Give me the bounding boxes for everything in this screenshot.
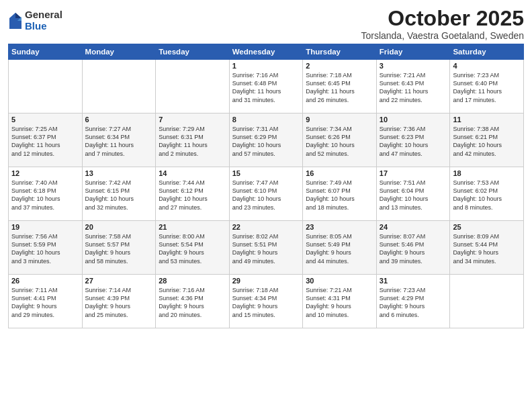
calendar-cell <box>450 275 524 328</box>
calendar-cell: 14Sunrise: 7:44 AM Sunset: 6:12 PM Dayli… <box>156 167 230 221</box>
day-number: 30 <box>306 277 373 285</box>
day-number: 19 <box>11 223 79 231</box>
logo-general: General <box>25 9 62 21</box>
day-info: Sunrise: 7:36 AM Sunset: 6:23 PM Dayligh… <box>380 125 447 158</box>
col-tuesday: Tuesday <box>156 44 230 60</box>
day-number: 2 <box>306 62 373 70</box>
day-number: 7 <box>159 116 226 124</box>
day-info: Sunrise: 7:14 AM Sunset: 4:39 PM Dayligh… <box>85 286 153 319</box>
calendar-cell: 19Sunrise: 7:56 AM Sunset: 5:59 PM Dayli… <box>9 221 83 275</box>
col-thursday: Thursday <box>303 44 377 60</box>
day-info: Sunrise: 7:42 AM Sunset: 6:15 PM Dayligh… <box>85 179 153 212</box>
svg-marker-1 <box>15 13 21 18</box>
title-block: October 2025 Torslanda, Vaestra Goetalan… <box>361 7 524 41</box>
calendar-cell <box>156 60 230 113</box>
calendar-cell: 10Sunrise: 7:36 AM Sunset: 6:23 PM Dayli… <box>376 113 450 167</box>
day-number: 15 <box>232 169 300 177</box>
day-info: Sunrise: 7:21 AM Sunset: 6:43 PM Dayligh… <box>380 71 447 104</box>
calendar-cell <box>82 60 156 113</box>
calendar-week-2: 5Sunrise: 7:25 AM Sunset: 6:37 PM Daylig… <box>9 113 524 167</box>
calendar-cell: 23Sunrise: 8:05 AM Sunset: 5:49 PM Dayli… <box>303 221 377 275</box>
day-info: Sunrise: 8:07 AM Sunset: 5:46 PM Dayligh… <box>380 232 447 265</box>
calendar-cell: 13Sunrise: 7:42 AM Sunset: 6:15 PM Dayli… <box>82 167 156 221</box>
calendar-cell: 1Sunrise: 7:16 AM Sunset: 6:48 PM Daylig… <box>229 60 303 113</box>
day-number: 29 <box>232 277 300 285</box>
logo: General Blue <box>8 9 62 32</box>
calendar-cell: 28Sunrise: 7:16 AM Sunset: 4:36 PM Dayli… <box>156 275 230 328</box>
month-title: October 2025 <box>361 7 524 30</box>
day-info: Sunrise: 7:56 AM Sunset: 5:59 PM Dayligh… <box>11 232 79 265</box>
calendar-cell: 22Sunrise: 8:02 AM Sunset: 5:51 PM Dayli… <box>229 221 303 275</box>
calendar-cell: 4Sunrise: 7:23 AM Sunset: 6:40 PM Daylig… <box>450 60 524 113</box>
day-info: Sunrise: 7:21 AM Sunset: 4:31 PM Dayligh… <box>306 286 373 319</box>
calendar-cell: 17Sunrise: 7:51 AM Sunset: 6:04 PM Dayli… <box>376 167 450 221</box>
calendar-cell: 11Sunrise: 7:38 AM Sunset: 6:21 PM Dayli… <box>450 113 524 167</box>
day-number: 24 <box>380 223 447 231</box>
day-number: 1 <box>232 62 300 70</box>
day-info: Sunrise: 7:31 AM Sunset: 6:29 PM Dayligh… <box>232 125 300 158</box>
day-number: 12 <box>11 169 79 177</box>
day-number: 6 <box>85 116 153 124</box>
calendar-cell: 12Sunrise: 7:40 AM Sunset: 6:18 PM Dayli… <box>9 167 83 221</box>
day-info: Sunrise: 7:51 AM Sunset: 6:04 PM Dayligh… <box>380 179 447 212</box>
calendar-cell: 29Sunrise: 7:18 AM Sunset: 4:34 PM Dayli… <box>229 275 303 328</box>
calendar-cell: 15Sunrise: 7:47 AM Sunset: 6:10 PM Dayli… <box>229 167 303 221</box>
logo-text: General Blue <box>25 9 62 32</box>
day-info: Sunrise: 7:18 AM Sunset: 4:34 PM Dayligh… <box>232 286 300 319</box>
day-info: Sunrise: 7:23 AM Sunset: 4:29 PM Dayligh… <box>380 286 447 319</box>
location: Torslanda, Vaestra Goetaland, Sweden <box>361 30 524 41</box>
day-info: Sunrise: 7:27 AM Sunset: 6:34 PM Dayligh… <box>85 125 153 158</box>
calendar-table: Sunday Monday Tuesday Wednesday Thursday… <box>8 44 524 328</box>
day-number: 26 <box>11 277 79 285</box>
day-info: Sunrise: 7:11 AM Sunset: 4:41 PM Dayligh… <box>11 286 79 319</box>
calendar-cell: 25Sunrise: 8:09 AM Sunset: 5:44 PM Dayli… <box>450 221 524 275</box>
day-info: Sunrise: 7:29 AM Sunset: 6:31 PM Dayligh… <box>159 125 226 158</box>
logo-icon <box>8 11 23 30</box>
page-container: General Blue October 2025 Torslanda, Vae… <box>0 0 532 334</box>
calendar-cell: 20Sunrise: 7:58 AM Sunset: 5:57 PM Dayli… <box>82 221 156 275</box>
col-sunday: Sunday <box>9 44 83 60</box>
day-info: Sunrise: 7:47 AM Sunset: 6:10 PM Dayligh… <box>232 179 300 212</box>
calendar-cell: 30Sunrise: 7:21 AM Sunset: 4:31 PM Dayli… <box>303 275 377 328</box>
day-info: Sunrise: 7:16 AM Sunset: 4:36 PM Dayligh… <box>159 286 226 319</box>
day-info: Sunrise: 7:34 AM Sunset: 6:26 PM Dayligh… <box>306 125 373 158</box>
day-number: 22 <box>232 223 300 231</box>
day-number: 9 <box>306 116 373 124</box>
calendar-cell: 6Sunrise: 7:27 AM Sunset: 6:34 PM Daylig… <box>82 113 156 167</box>
day-info: Sunrise: 7:18 AM Sunset: 6:45 PM Dayligh… <box>306 71 373 104</box>
day-number: 25 <box>453 223 521 231</box>
calendar-header: Sunday Monday Tuesday Wednesday Thursday… <box>9 44 524 60</box>
day-number: 5 <box>11 116 79 124</box>
calendar-week-5: 26Sunrise: 7:11 AM Sunset: 4:41 PM Dayli… <box>9 275 524 328</box>
day-number: 31 <box>380 277 447 285</box>
col-friday: Friday <box>376 44 450 60</box>
calendar-cell: 21Sunrise: 8:00 AM Sunset: 5:54 PM Dayli… <box>156 221 230 275</box>
calendar-week-1: 1Sunrise: 7:16 AM Sunset: 6:48 PM Daylig… <box>9 60 524 113</box>
day-number: 27 <box>85 277 153 285</box>
day-number: 16 <box>306 169 373 177</box>
day-info: Sunrise: 7:38 AM Sunset: 6:21 PM Dayligh… <box>453 125 521 158</box>
logo-blue: Blue <box>25 21 62 32</box>
calendar-cell: 31Sunrise: 7:23 AM Sunset: 4:29 PM Dayli… <box>376 275 450 328</box>
day-info: Sunrise: 8:09 AM Sunset: 5:44 PM Dayligh… <box>453 232 521 265</box>
col-saturday: Saturday <box>450 44 524 60</box>
day-info: Sunrise: 7:25 AM Sunset: 6:37 PM Dayligh… <box>11 125 79 158</box>
day-number: 4 <box>453 62 521 70</box>
day-number: 10 <box>380 116 447 124</box>
day-info: Sunrise: 7:44 AM Sunset: 6:12 PM Dayligh… <box>159 179 226 212</box>
calendar-cell: 9Sunrise: 7:34 AM Sunset: 6:26 PM Daylig… <box>303 113 377 167</box>
day-info: Sunrise: 7:49 AM Sunset: 6:07 PM Dayligh… <box>306 179 373 212</box>
day-info: Sunrise: 7:40 AM Sunset: 6:18 PM Dayligh… <box>11 179 79 212</box>
day-number: 28 <box>159 277 226 285</box>
day-number: 13 <box>85 169 153 177</box>
calendar-cell: 24Sunrise: 8:07 AM Sunset: 5:46 PM Dayli… <box>376 221 450 275</box>
day-info: Sunrise: 7:58 AM Sunset: 5:57 PM Dayligh… <box>85 232 153 265</box>
day-info: Sunrise: 7:23 AM Sunset: 6:40 PM Dayligh… <box>453 71 521 104</box>
calendar-cell: 3Sunrise: 7:21 AM Sunset: 6:43 PM Daylig… <box>376 60 450 113</box>
day-info: Sunrise: 7:53 AM Sunset: 6:02 PM Dayligh… <box>453 179 521 212</box>
days-of-week-row: Sunday Monday Tuesday Wednesday Thursday… <box>9 44 524 60</box>
calendar-week-4: 19Sunrise: 7:56 AM Sunset: 5:59 PM Dayli… <box>9 221 524 275</box>
calendar-cell <box>9 60 83 113</box>
day-number: 17 <box>380 169 447 177</box>
day-info: Sunrise: 8:00 AM Sunset: 5:54 PM Dayligh… <box>159 232 226 265</box>
